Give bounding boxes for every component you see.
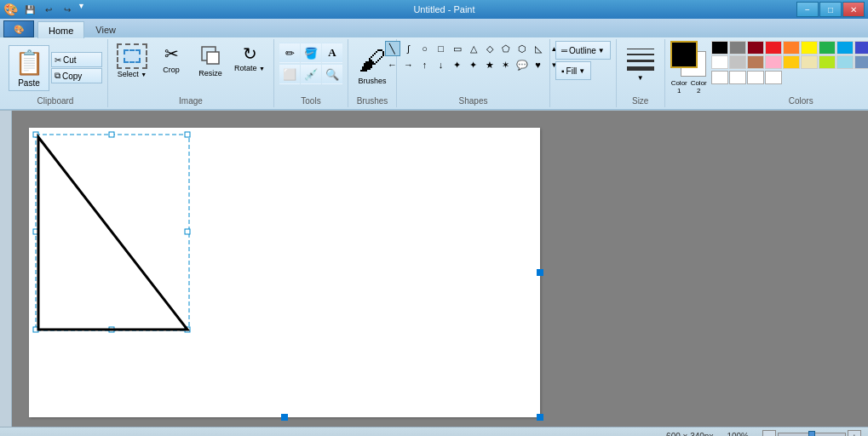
select-button[interactable]: Select ▼ — [113, 41, 151, 89]
cut-copy-buttons: ✂ Cut ⧉ Copy — [51, 52, 102, 83]
color-swatch[interactable] — [729, 55, 746, 69]
svg-rect-4 — [109, 132, 114, 137]
right-triangle-tool[interactable]: ◺ — [531, 41, 546, 56]
color-swatch[interactable] — [765, 41, 782, 54]
copy-button[interactable]: ⧉ Copy — [51, 68, 102, 83]
shapes-controls: ╲ ∫ ○ □ ▭ △ ◇ ⬠ ⬡ ◺ ▲ ← → ↑ ↓ — [385, 41, 562, 95]
color-swatch[interactable] — [747, 41, 764, 54]
canvas-container[interactable] — [12, 111, 868, 427]
custom-color-swatch[interactable] — [711, 71, 728, 84]
star6-tool[interactable]: ✶ — [498, 57, 514, 72]
maximize-button[interactable]: □ — [819, 2, 842, 17]
fill-button[interactable]: ▪ Fill ▼ — [555, 61, 591, 80]
dropdown-arrow[interactable]: ▼ — [78, 2, 85, 17]
star5-tool[interactable]: ★ — [482, 57, 497, 72]
shapes-label: Shapes — [402, 95, 544, 106]
diamond-tool[interactable]: ◇ — [482, 41, 497, 56]
hexagon-tool[interactable]: ⬡ — [514, 41, 530, 56]
size-button[interactable]: ▼ — [622, 41, 659, 89]
tab-home[interactable]: Home — [37, 21, 84, 38]
text-tool[interactable]: A — [322, 43, 342, 63]
paint-canvas[interactable] — [29, 128, 540, 417]
custom-color-swatch[interactable] — [729, 71, 746, 84]
svg-rect-5 — [185, 132, 190, 137]
paint-menu-button[interactable]: 🎨 — [3, 20, 34, 37]
color-swatch[interactable] — [765, 55, 782, 69]
brush-icon: 🖌 — [359, 45, 386, 77]
color1-swatch[interactable] — [670, 41, 698, 68]
rotate-button[interactable]: ↻ Rotate ▼ — [231, 41, 268, 89]
color-swatch[interactable] — [819, 55, 836, 69]
star4-tool[interactable]: ✦ — [466, 57, 481, 72]
pencil-tool[interactable]: ✏ — [279, 43, 300, 63]
svg-rect-6 — [185, 229, 190, 234]
resize-button[interactable]: Resize — [192, 41, 229, 89]
minimize-button[interactable]: − — [796, 2, 819, 17]
paste-button[interactable]: 📋 Paste — [9, 45, 49, 91]
canvas-resize-handle-bottom[interactable] — [281, 414, 288, 421]
undo-button[interactable]: ↩ — [40, 2, 57, 17]
color-swatch[interactable] — [711, 55, 728, 69]
size-label: Size — [622, 95, 659, 106]
color-swatch[interactable] — [854, 55, 868, 69]
cut-button[interactable]: ✂ Cut — [51, 52, 102, 67]
canvas-resize-handle-right[interactable] — [537, 269, 543, 276]
rect-tool[interactable]: □ — [434, 41, 449, 56]
up-arrow-tool[interactable]: ↑ — [417, 57, 433, 72]
crop-button[interactable]: ✂ Crop — [152, 41, 190, 89]
four-arrow-tool[interactable]: ✦ — [450, 57, 465, 72]
image-group: Select ▼ ✂ Crop — [108, 39, 274, 107]
color-swatch[interactable] — [801, 55, 818, 69]
color-swatch[interactable] — [801, 41, 818, 54]
oval-tool[interactable]: ○ — [417, 41, 433, 56]
canvas-resize-handle[interactable] — [537, 414, 543, 421]
tab-view[interactable]: View — [84, 20, 127, 37]
drawing-svg — [29, 128, 540, 417]
close-button[interactable]: ✕ — [842, 2, 865, 17]
left-arrow-tool[interactable]: ← — [385, 57, 400, 72]
color-swatch[interactable] — [819, 41, 836, 54]
down-arrow-tool[interactable]: ↓ — [434, 57, 449, 72]
color-swatch[interactable] — [836, 55, 854, 69]
size-dropdown: ▼ — [637, 74, 644, 82]
curve-tool[interactable]: ∫ — [401, 41, 417, 56]
color-picker-tool[interactable]: 💉 — [301, 64, 321, 84]
shapes-row-2: ← → ↑ ↓ ✦ ✦ ★ ✶ 💬 ♥ ▼ — [385, 57, 562, 72]
color-swatch[interactable] — [747, 55, 764, 69]
ribbon-content: 📋 Paste ✂ Cut ⧉ Copy Clipboard — [0, 37, 868, 109]
fill-tool[interactable]: 🪣 — [301, 43, 321, 63]
outline-fill-group: ═ Outline ▼ ▪ Fill ▼ — [550, 39, 617, 107]
color-swatch[interactable] — [854, 41, 868, 54]
color-swatch[interactable] — [711, 41, 728, 54]
window-controls: − □ ✕ — [796, 2, 865, 17]
color-swatch[interactable] — [729, 41, 746, 54]
zoom-slider[interactable] — [778, 433, 846, 437]
zoom-in-button[interactable]: + — [848, 430, 861, 437]
zoom-out-button[interactable]: − — [762, 430, 776, 437]
pentagon-tool[interactable]: ⬠ — [498, 41, 514, 56]
color-swatch[interactable] — [783, 55, 800, 69]
color-swatch[interactable] — [836, 41, 854, 54]
eraser-tool[interactable]: ⬜ — [279, 64, 300, 84]
color-swatch[interactable] — [783, 41, 800, 54]
triangle-tool[interactable]: △ — [466, 41, 481, 56]
redo-button[interactable]: ↪ — [59, 2, 76, 17]
size-group: ▼ Size — [617, 39, 665, 107]
status-bar: 600 × 340px 100% − + — [0, 427, 868, 436]
rotate-dropdown-icon: ▼ — [259, 66, 265, 72]
magnifier-tool[interactable]: 🔍 — [322, 64, 342, 84]
rounded-rect-tool[interactable]: ▭ — [450, 41, 465, 56]
custom-color-swatch[interactable] — [747, 71, 764, 84]
save-button[interactable]: 💾 — [21, 2, 38, 17]
right-arrow-tool[interactable]: → — [401, 57, 417, 72]
custom-color-swatch[interactable] — [765, 71, 782, 84]
colors-group: Color 1 Color 2 — [665, 39, 868, 107]
outline-dropdown: ▼ — [598, 47, 605, 54]
clipboard-controls: 📋 Paste ✂ Cut ⧉ Copy — [9, 41, 102, 95]
callout-tool[interactable]: 💬 — [514, 57, 530, 72]
line-tool[interactable]: ╲ — [385, 41, 400, 56]
quick-access-bar: 💾 ↩ ↪ ▼ — [21, 2, 85, 17]
heart-tool[interactable]: ♥ — [531, 57, 546, 72]
window-title: Untitled - Paint — [92, 4, 796, 14]
outline-button[interactable]: ═ Outline ▼ — [555, 41, 611, 60]
